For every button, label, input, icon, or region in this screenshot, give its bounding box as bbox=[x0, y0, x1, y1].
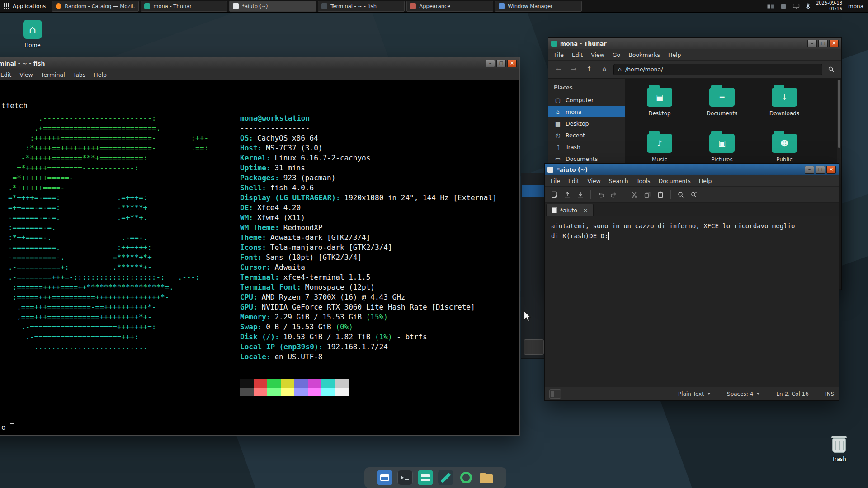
fetch-label: Packages: bbox=[240, 174, 283, 182]
clock[interactable]: 2025-09-18 01:16 bbox=[816, 0, 842, 12]
fetch-value: Adwaita-dark [GTK2/3/4] bbox=[270, 233, 371, 242]
appearance-button[interactable] bbox=[524, 339, 544, 355]
sidebar-place-item[interactable]: ◷Recent bbox=[548, 129, 625, 141]
sidebar-place-item[interactable]: ▤Desktop bbox=[548, 117, 625, 129]
ring-app-launcher-icon[interactable] bbox=[458, 470, 474, 485]
menu-item[interactable]: File bbox=[547, 176, 564, 186]
menu-item[interactable]: Go bbox=[609, 50, 624, 60]
minimize-button[interactable] bbox=[805, 166, 814, 174]
menu-item[interactable]: Terminal bbox=[37, 70, 69, 80]
minimize-button[interactable] bbox=[486, 60, 495, 67]
path-bar[interactable]: /home/mona/ bbox=[613, 64, 822, 75]
find-replace-icon[interactable] bbox=[688, 189, 700, 201]
maximize-button[interactable] bbox=[818, 40, 828, 47]
taskbar-window-button[interactable]: mona - Thunar bbox=[141, 1, 227, 12]
tab-size-selector[interactable]: Spaces: 4 bbox=[727, 391, 760, 397]
thunar-titlebar[interactable]: mona - Thunar bbox=[548, 38, 841, 49]
close-button[interactable] bbox=[826, 166, 836, 174]
menu-item[interactable]: View bbox=[15, 70, 37, 80]
menu-item[interactable]: Documents bbox=[655, 176, 695, 186]
paste-icon[interactable] bbox=[655, 189, 666, 201]
maximize-button[interactable] bbox=[496, 60, 506, 67]
menu-item[interactable]: Tabs bbox=[69, 70, 90, 80]
copy-icon[interactable] bbox=[642, 189, 653, 201]
filetype-selector[interactable]: Plain Text bbox=[678, 391, 711, 397]
mousepad-titlebar[interactable]: *aiuto (~) bbox=[545, 164, 839, 175]
application-finder-icon[interactable] bbox=[377, 470, 392, 485]
appearance-window-sliver[interactable] bbox=[521, 173, 547, 359]
desktop-icon-home[interactable]: Home bbox=[14, 20, 52, 48]
files-launcher-icon[interactable] bbox=[479, 470, 494, 485]
menu-item[interactable]: Help bbox=[695, 176, 716, 186]
new-document-icon[interactable] bbox=[548, 189, 560, 201]
taskbar-window-button[interactable]: Terminal - ~ - fish bbox=[318, 1, 405, 12]
panel-plugin-icon[interactable] bbox=[780, 2, 787, 10]
sidebar-place-item[interactable]: ⌂mona bbox=[548, 106, 625, 117]
back-button[interactable] bbox=[552, 64, 565, 75]
place-icon: ▢ bbox=[554, 97, 561, 103]
tab-close-icon[interactable] bbox=[583, 207, 588, 214]
file-item[interactable]: ▤Desktop bbox=[630, 85, 689, 130]
menu-item[interactable]: View bbox=[583, 176, 605, 186]
terminal-titlebar[interactable]: Terminal - ~ - fish bbox=[0, 57, 519, 69]
mousepad-window[interactable]: *aiuto (~) FileEditViewSearchToolsDocume… bbox=[544, 163, 839, 401]
close-button[interactable] bbox=[829, 40, 839, 47]
clock-date: 2025-09-18 bbox=[816, 0, 842, 6]
editor-line[interactable]: aiutatemi, sono in un cazzo di inferno, … bbox=[551, 221, 832, 231]
menu-item[interactable]: Search bbox=[605, 176, 632, 186]
statusbar-toggle-icon[interactable] bbox=[549, 389, 561, 399]
forward-button[interactable] bbox=[567, 64, 580, 75]
desktop-icon-trash[interactable]: Trash bbox=[821, 438, 857, 462]
file-item[interactable]: ≡Documents bbox=[692, 85, 752, 130]
folder-icon: ≡ bbox=[709, 88, 735, 107]
bluetooth-icon[interactable] bbox=[806, 2, 810, 10]
terminal-screen[interactable]: tfetch .-------------------------: .+===… bbox=[0, 81, 519, 435]
save-file-icon[interactable] bbox=[575, 189, 586, 201]
terminal-window[interactable]: Terminal - ~ - fish FileEditViewTerminal… bbox=[0, 57, 520, 436]
editor-text-area[interactable]: aiutatemi, sono in un cazzo di inferno, … bbox=[545, 216, 839, 387]
terminal-launcher-icon[interactable] bbox=[397, 470, 413, 485]
file-label: Desktop bbox=[648, 110, 671, 117]
fetch-row: Kernel:Linux 6.16.7-2-cachyos bbox=[240, 153, 497, 163]
file-item[interactable]: ↓Downloads bbox=[755, 85, 814, 130]
cut-icon[interactable] bbox=[628, 189, 640, 201]
scrollbar-thumb[interactable] bbox=[838, 80, 840, 148]
home-button[interactable] bbox=[598, 64, 611, 75]
taskbar-window-button[interactable]: Window Manager bbox=[495, 1, 582, 12]
fetch-value: CachyOS x86_64 bbox=[257, 134, 318, 142]
close-button[interactable] bbox=[507, 60, 517, 67]
display-icon[interactable] bbox=[793, 2, 800, 10]
file-manager-launcher-icon[interactable] bbox=[418, 470, 433, 485]
sidebar-place-item[interactable]: ▯Trash bbox=[548, 141, 625, 153]
menu-item[interactable]: Edit bbox=[568, 50, 587, 60]
search-button[interactable] bbox=[825, 64, 838, 75]
menu-item[interactable]: Help bbox=[90, 70, 111, 80]
top-panel: Applications Random - Catalog — Mozil...… bbox=[0, 0, 868, 13]
mouse-cursor bbox=[524, 311, 532, 322]
tab-aiuto[interactable]: *aiuto bbox=[546, 204, 594, 216]
menu-item[interactable]: File bbox=[550, 50, 568, 60]
undo-icon[interactable] bbox=[595, 189, 607, 201]
sidebar-place-item[interactable]: ▢Computer bbox=[548, 94, 625, 106]
keyboard-indicator-icon[interactable] bbox=[767, 2, 774, 10]
redo-icon[interactable] bbox=[608, 189, 620, 201]
text-editor-launcher-icon[interactable] bbox=[438, 470, 453, 485]
minimize-button[interactable] bbox=[807, 40, 817, 47]
menu-item[interactable]: Edit bbox=[564, 176, 583, 186]
open-file-icon[interactable] bbox=[561, 189, 573, 201]
find-icon[interactable] bbox=[675, 189, 687, 201]
up-button[interactable] bbox=[583, 64, 595, 75]
taskbar-window-button[interactable]: Appearance bbox=[406, 1, 493, 12]
taskbar-window-button[interactable]: *aiuto (~) bbox=[229, 1, 316, 12]
applications-menu-button[interactable]: Applications bbox=[0, 0, 52, 12]
menu-item[interactable]: View bbox=[587, 50, 609, 60]
menu-item[interactable]: Tools bbox=[632, 176, 655, 186]
editor-line[interactable]: di K(rash)DE D: bbox=[551, 231, 832, 241]
menu-item[interactable]: Edit bbox=[0, 70, 15, 80]
maximize-button[interactable] bbox=[816, 166, 825, 174]
menu-item[interactable]: Bookmarks bbox=[624, 50, 664, 60]
menu-item[interactable]: Help bbox=[664, 50, 685, 60]
fetch-label: WM: bbox=[240, 213, 257, 222]
fetch-label: Memory: bbox=[240, 313, 274, 321]
taskbar-window-button[interactable]: Random - Catalog — Mozil... bbox=[52, 1, 139, 12]
